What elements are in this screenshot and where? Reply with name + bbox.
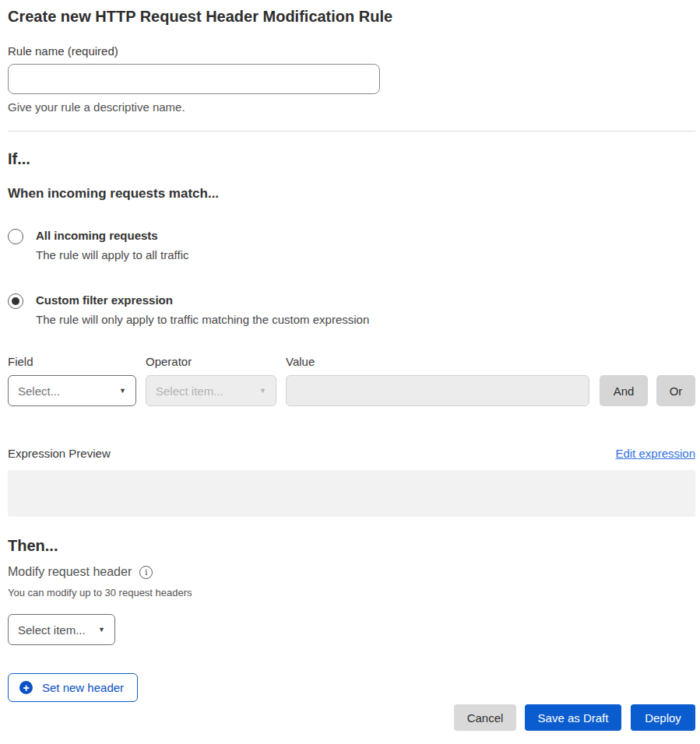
modify-header-label: Modify request header (8, 563, 132, 581)
or-button[interactable]: Or (656, 375, 695, 406)
radio-label: All incoming requests (36, 228, 188, 244)
chevron-down-icon: ▼ (98, 626, 105, 633)
edit-expression-link[interactable]: Edit expression (615, 447, 695, 460)
radio-label: Custom filter expression (36, 293, 369, 308)
modify-header-row: Modify request header i (8, 563, 695, 581)
operator-label: Operator (146, 354, 276, 370)
radio-button[interactable] (8, 293, 23, 309)
rule-name-label: Rule name (required) (8, 44, 695, 59)
expression-preview-box (8, 470, 695, 517)
info-icon[interactable]: i (139, 566, 153, 579)
radio-description: The rule will apply to all traffic (36, 247, 188, 263)
value-input[interactable] (286, 375, 589, 406)
cancel-button[interactable]: Cancel (454, 704, 516, 731)
and-button[interactable]: And (600, 375, 648, 406)
page-title: Create new HTTP Request Header Modificat… (8, 6, 695, 26)
match-subheading: When incoming requests match... (8, 185, 695, 202)
chevron-down-icon: ▼ (119, 388, 126, 395)
field-select[interactable]: Select... ▼ (8, 375, 136, 406)
expression-builder-row: Field Select... ▼ Operator Select item..… (8, 354, 695, 406)
operator-select[interactable]: Select item... ▼ (146, 375, 276, 406)
rule-name-helper: Give your rule a descriptive name. (8, 100, 695, 115)
field-select-value: Select... (18, 384, 60, 398)
expression-preview-label: Expression Preview (8, 445, 111, 462)
set-new-header-label: Set new header (42, 681, 124, 694)
radio-dot (12, 297, 19, 305)
set-new-header-button[interactable]: + Set new header (8, 673, 138, 702)
create-rule-form: Create new HTTP Request Header Modificat… (0, 0, 700, 744)
modify-header-helper: You can modify up to 30 request headers (8, 587, 695, 599)
radio-option-all-requests[interactable]: All incoming requests The rule will appl… (8, 228, 695, 263)
expression-preview-header: Expression Preview Edit expression (8, 445, 695, 462)
section-divider (8, 131, 695, 132)
field-label: Field (8, 354, 136, 370)
radio-description: The rule will only apply to traffic matc… (36, 311, 369, 328)
radio-option-custom-expression[interactable]: Custom filter expression The rule will o… (8, 293, 695, 328)
header-action-select[interactable]: Select item... ▼ (8, 614, 115, 645)
header-action-select-value: Select item... (18, 623, 86, 637)
radio-button[interactable] (8, 229, 23, 244)
then-heading: Then... (8, 535, 695, 556)
if-heading: If... (8, 149, 695, 169)
chevron-down-icon: ▼ (259, 388, 266, 395)
value-label: Value (286, 354, 589, 370)
save-as-draft-button[interactable]: Save as Draft (525, 704, 621, 731)
rule-name-input[interactable] (8, 64, 380, 94)
deploy-button[interactable]: Deploy (631, 704, 695, 731)
plus-circle-icon: + (19, 681, 33, 694)
operator-select-value: Select item... (156, 384, 223, 398)
footer-actions: Cancel Save as Draft Deploy (8, 704, 695, 731)
